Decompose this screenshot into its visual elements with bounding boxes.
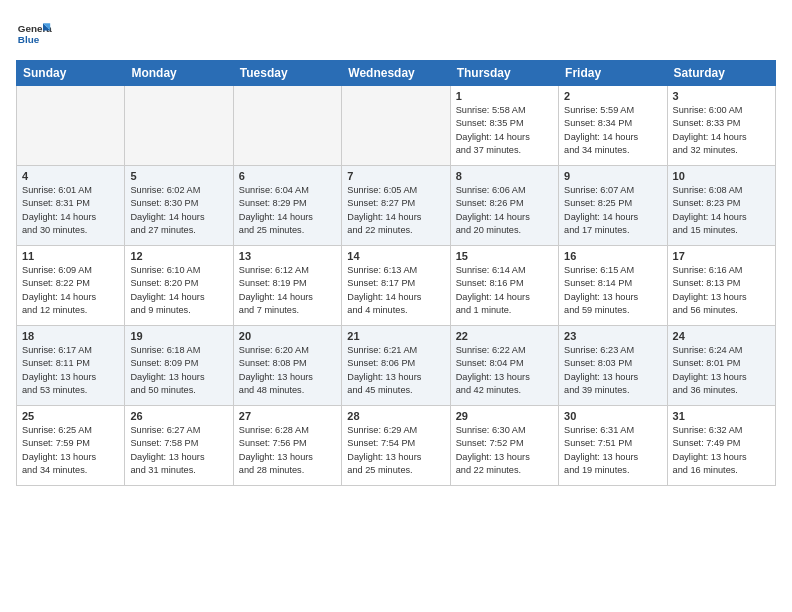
day-number: 10 bbox=[673, 170, 770, 182]
week-row-2: 4Sunrise: 6:01 AM Sunset: 8:31 PM Daylig… bbox=[17, 166, 776, 246]
day-header-saturday: Saturday bbox=[667, 61, 775, 86]
day-number: 11 bbox=[22, 250, 119, 262]
day-number: 30 bbox=[564, 410, 661, 422]
day-info: Sunrise: 6:30 AM Sunset: 7:52 PM Dayligh… bbox=[456, 424, 553, 477]
day-number: 24 bbox=[673, 330, 770, 342]
calendar-cell: 5Sunrise: 6:02 AM Sunset: 8:30 PM Daylig… bbox=[125, 166, 233, 246]
day-info: Sunrise: 6:01 AM Sunset: 8:31 PM Dayligh… bbox=[22, 184, 119, 237]
calendar-cell bbox=[17, 86, 125, 166]
day-info: Sunrise: 6:15 AM Sunset: 8:14 PM Dayligh… bbox=[564, 264, 661, 317]
day-info: Sunrise: 6:22 AM Sunset: 8:04 PM Dayligh… bbox=[456, 344, 553, 397]
day-number: 15 bbox=[456, 250, 553, 262]
day-header-sunday: Sunday bbox=[17, 61, 125, 86]
day-info: Sunrise: 6:32 AM Sunset: 7:49 PM Dayligh… bbox=[673, 424, 770, 477]
day-number: 18 bbox=[22, 330, 119, 342]
day-info: Sunrise: 6:05 AM Sunset: 8:27 PM Dayligh… bbox=[347, 184, 444, 237]
calendar-cell bbox=[233, 86, 341, 166]
calendar-cell: 17Sunrise: 6:16 AM Sunset: 8:13 PM Dayli… bbox=[667, 246, 775, 326]
day-info: Sunrise: 6:07 AM Sunset: 8:25 PM Dayligh… bbox=[564, 184, 661, 237]
calendar-cell: 3Sunrise: 6:00 AM Sunset: 8:33 PM Daylig… bbox=[667, 86, 775, 166]
day-number: 31 bbox=[673, 410, 770, 422]
day-header-row: SundayMondayTuesdayWednesdayThursdayFrid… bbox=[17, 61, 776, 86]
calendar-cell: 25Sunrise: 6:25 AM Sunset: 7:59 PM Dayli… bbox=[17, 406, 125, 486]
day-info: Sunrise: 6:21 AM Sunset: 8:06 PM Dayligh… bbox=[347, 344, 444, 397]
calendar-cell: 11Sunrise: 6:09 AM Sunset: 8:22 PM Dayli… bbox=[17, 246, 125, 326]
day-number: 8 bbox=[456, 170, 553, 182]
day-info: Sunrise: 6:27 AM Sunset: 7:58 PM Dayligh… bbox=[130, 424, 227, 477]
day-number: 22 bbox=[456, 330, 553, 342]
calendar-cell: 7Sunrise: 6:05 AM Sunset: 8:27 PM Daylig… bbox=[342, 166, 450, 246]
day-number: 28 bbox=[347, 410, 444, 422]
calendar-cell: 15Sunrise: 6:14 AM Sunset: 8:16 PM Dayli… bbox=[450, 246, 558, 326]
calendar-cell: 16Sunrise: 6:15 AM Sunset: 8:14 PM Dayli… bbox=[559, 246, 667, 326]
calendar-cell: 8Sunrise: 6:06 AM Sunset: 8:26 PM Daylig… bbox=[450, 166, 558, 246]
day-number: 9 bbox=[564, 170, 661, 182]
day-info: Sunrise: 6:13 AM Sunset: 8:17 PM Dayligh… bbox=[347, 264, 444, 317]
day-header-thursday: Thursday bbox=[450, 61, 558, 86]
logo: General Blue bbox=[16, 16, 52, 52]
day-number: 16 bbox=[564, 250, 661, 262]
day-info: Sunrise: 6:02 AM Sunset: 8:30 PM Dayligh… bbox=[130, 184, 227, 237]
day-number: 17 bbox=[673, 250, 770, 262]
calendar-cell bbox=[342, 86, 450, 166]
calendar-cell: 26Sunrise: 6:27 AM Sunset: 7:58 PM Dayli… bbox=[125, 406, 233, 486]
page-header: General Blue bbox=[16, 16, 776, 52]
day-number: 23 bbox=[564, 330, 661, 342]
week-row-3: 11Sunrise: 6:09 AM Sunset: 8:22 PM Dayli… bbox=[17, 246, 776, 326]
day-info: Sunrise: 6:20 AM Sunset: 8:08 PM Dayligh… bbox=[239, 344, 336, 397]
day-header-friday: Friday bbox=[559, 61, 667, 86]
calendar-cell: 2Sunrise: 5:59 AM Sunset: 8:34 PM Daylig… bbox=[559, 86, 667, 166]
calendar-cell: 10Sunrise: 6:08 AM Sunset: 8:23 PM Dayli… bbox=[667, 166, 775, 246]
day-info: Sunrise: 6:31 AM Sunset: 7:51 PM Dayligh… bbox=[564, 424, 661, 477]
day-number: 29 bbox=[456, 410, 553, 422]
day-info: Sunrise: 6:10 AM Sunset: 8:20 PM Dayligh… bbox=[130, 264, 227, 317]
week-row-1: 1Sunrise: 5:58 AM Sunset: 8:35 PM Daylig… bbox=[17, 86, 776, 166]
day-info: Sunrise: 6:24 AM Sunset: 8:01 PM Dayligh… bbox=[673, 344, 770, 397]
day-info: Sunrise: 6:25 AM Sunset: 7:59 PM Dayligh… bbox=[22, 424, 119, 477]
calendar-cell: 31Sunrise: 6:32 AM Sunset: 7:49 PM Dayli… bbox=[667, 406, 775, 486]
calendar-cell: 22Sunrise: 6:22 AM Sunset: 8:04 PM Dayli… bbox=[450, 326, 558, 406]
calendar-cell: 1Sunrise: 5:58 AM Sunset: 8:35 PM Daylig… bbox=[450, 86, 558, 166]
calendar-cell bbox=[125, 86, 233, 166]
svg-text:Blue: Blue bbox=[18, 34, 40, 45]
calendar-cell: 23Sunrise: 6:23 AM Sunset: 8:03 PM Dayli… bbox=[559, 326, 667, 406]
calendar-cell: 21Sunrise: 6:21 AM Sunset: 8:06 PM Dayli… bbox=[342, 326, 450, 406]
day-number: 21 bbox=[347, 330, 444, 342]
day-info: Sunrise: 5:59 AM Sunset: 8:34 PM Dayligh… bbox=[564, 104, 661, 157]
day-info: Sunrise: 6:17 AM Sunset: 8:11 PM Dayligh… bbox=[22, 344, 119, 397]
calendar-cell: 24Sunrise: 6:24 AM Sunset: 8:01 PM Dayli… bbox=[667, 326, 775, 406]
day-number: 5 bbox=[130, 170, 227, 182]
day-header-wednesday: Wednesday bbox=[342, 61, 450, 86]
day-number: 14 bbox=[347, 250, 444, 262]
calendar-cell: 20Sunrise: 6:20 AM Sunset: 8:08 PM Dayli… bbox=[233, 326, 341, 406]
day-header-tuesday: Tuesday bbox=[233, 61, 341, 86]
day-info: Sunrise: 6:00 AM Sunset: 8:33 PM Dayligh… bbox=[673, 104, 770, 157]
day-info: Sunrise: 6:06 AM Sunset: 8:26 PM Dayligh… bbox=[456, 184, 553, 237]
day-info: Sunrise: 6:14 AM Sunset: 8:16 PM Dayligh… bbox=[456, 264, 553, 317]
day-number: 26 bbox=[130, 410, 227, 422]
calendar-cell: 27Sunrise: 6:28 AM Sunset: 7:56 PM Dayli… bbox=[233, 406, 341, 486]
week-row-5: 25Sunrise: 6:25 AM Sunset: 7:59 PM Dayli… bbox=[17, 406, 776, 486]
calendar-cell: 19Sunrise: 6:18 AM Sunset: 8:09 PM Dayli… bbox=[125, 326, 233, 406]
day-info: Sunrise: 6:08 AM Sunset: 8:23 PM Dayligh… bbox=[673, 184, 770, 237]
calendar-table: SundayMondayTuesdayWednesdayThursdayFrid… bbox=[16, 60, 776, 486]
calendar-cell: 6Sunrise: 6:04 AM Sunset: 8:29 PM Daylig… bbox=[233, 166, 341, 246]
day-info: Sunrise: 6:23 AM Sunset: 8:03 PM Dayligh… bbox=[564, 344, 661, 397]
day-info: Sunrise: 6:09 AM Sunset: 8:22 PM Dayligh… bbox=[22, 264, 119, 317]
day-number: 3 bbox=[673, 90, 770, 102]
calendar-cell: 29Sunrise: 6:30 AM Sunset: 7:52 PM Dayli… bbox=[450, 406, 558, 486]
day-number: 27 bbox=[239, 410, 336, 422]
day-number: 12 bbox=[130, 250, 227, 262]
calendar-cell: 14Sunrise: 6:13 AM Sunset: 8:17 PM Dayli… bbox=[342, 246, 450, 326]
logo-icon: General Blue bbox=[16, 16, 52, 52]
day-info: Sunrise: 6:16 AM Sunset: 8:13 PM Dayligh… bbox=[673, 264, 770, 317]
day-number: 20 bbox=[239, 330, 336, 342]
day-number: 13 bbox=[239, 250, 336, 262]
day-header-monday: Monday bbox=[125, 61, 233, 86]
day-number: 4 bbox=[22, 170, 119, 182]
calendar-cell: 9Sunrise: 6:07 AM Sunset: 8:25 PM Daylig… bbox=[559, 166, 667, 246]
day-number: 7 bbox=[347, 170, 444, 182]
calendar-cell: 18Sunrise: 6:17 AM Sunset: 8:11 PM Dayli… bbox=[17, 326, 125, 406]
day-info: Sunrise: 6:04 AM Sunset: 8:29 PM Dayligh… bbox=[239, 184, 336, 237]
week-row-4: 18Sunrise: 6:17 AM Sunset: 8:11 PM Dayli… bbox=[17, 326, 776, 406]
